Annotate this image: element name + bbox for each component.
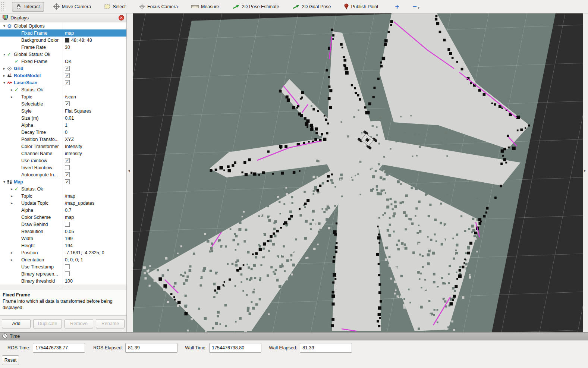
property-value[interactable]: [63, 22, 126, 29]
property-value[interactable]: ✓: [63, 100, 126, 107]
expander-icon[interactable]: ▾: [1, 52, 7, 56]
tree-row[interactable]: Style Flat Squares: [0, 107, 126, 114]
tree-row[interactable]: Selectable ✓: [0, 100, 126, 107]
tree-row[interactable]: ▸ RobotModel ✓: [0, 72, 126, 79]
property-value[interactable]: [63, 221, 126, 228]
collapse-right-icon[interactable]: ▸: [584, 168, 586, 173]
tool-button[interactable]: Publish Point: [340, 1, 382, 12]
property-value[interactable]: 30: [63, 44, 126, 51]
tree-row[interactable]: Position Transfo... XYZ: [0, 136, 126, 143]
property-value[interactable]: 0.7: [63, 207, 126, 214]
expander-icon[interactable]: ▾: [1, 81, 7, 85]
collapse-left-icon[interactable]: ◂: [128, 168, 130, 173]
property-value[interactable]: 0: [63, 129, 126, 136]
tree-row[interactable]: Autocompute In... ✓: [0, 171, 126, 178]
chevron-down-icon[interactable]: ▾: [418, 6, 419, 10]
tree-row[interactable]: Resolution 0.05: [0, 228, 126, 235]
time-field-input[interactable]: [33, 343, 85, 353]
tree-row[interactable]: Invert Rainbow: [0, 164, 126, 171]
tree-row[interactable]: Color Scheme map: [0, 214, 126, 221]
property-value[interactable]: ✓: [63, 72, 126, 79]
property-value[interactable]: [63, 263, 126, 270]
property-value[interactable]: ✓: [63, 79, 126, 86]
tree-row[interactable]: ▾ LaserScan ✓: [0, 79, 126, 86]
expander-icon[interactable]: ▸: [9, 258, 15, 262]
tool-button[interactable]: Select: [100, 2, 130, 11]
tree-row[interactable]: ▾ Map ✓: [0, 178, 126, 185]
panel-button[interactable]: Rename: [96, 319, 125, 328]
tool-button[interactable]: Interact: [12, 2, 44, 12]
tree-row[interactable]: Alpha 0.7: [0, 207, 126, 214]
tree-row[interactable]: Height 194: [0, 242, 126, 249]
tree-row[interactable]: Binary threshold 100: [0, 277, 126, 284]
expander-icon[interactable]: ▸: [9, 95, 15, 99]
expander-icon[interactable]: ▸: [9, 201, 15, 205]
tree-row[interactable]: Draw Behind: [0, 221, 126, 228]
tool-button[interactable]: 2D Pose Estimate: [229, 2, 283, 11]
map-laser-scene[interactable]: [133, 13, 583, 332]
tree-row[interactable]: Channel Name intensity: [0, 150, 126, 157]
property-value[interactable]: 194: [63, 242, 126, 249]
tree-row[interactable]: Use rainbow ✓: [0, 157, 126, 164]
tree-row[interactable]: Color Transformer Intensity: [0, 143, 126, 150]
property-value[interactable]: ✓: [63, 157, 126, 164]
property-value[interactable]: [63, 164, 126, 171]
panel-button[interactable]: Duplicate: [33, 319, 62, 328]
tree-row[interactable]: ▸ Topic /map: [0, 192, 126, 199]
tool-button[interactable]: Focus Camera: [135, 2, 182, 12]
tree-row[interactable]: Binary represen...: [0, 270, 126, 277]
add-tool-button[interactable]: +: [392, 3, 402, 11]
tree-row[interactable]: Size (m) 0.01: [0, 114, 126, 122]
tree-row[interactable]: Fixed Frame map: [0, 29, 126, 37]
property-value[interactable]: [63, 185, 126, 192]
tree-row[interactable]: ✓ Fixed Frame OK: [0, 58, 126, 65]
property-value[interactable]: /scan: [63, 93, 126, 100]
expander-icon[interactable]: ▸: [9, 194, 15, 198]
tree-row[interactable]: ▸ Update Topic /map_updates: [0, 199, 126, 207]
tree-row[interactable]: Width 199: [0, 235, 126, 242]
expander-icon[interactable]: ▸: [9, 251, 15, 255]
right-splitter[interactable]: ▸: [583, 13, 588, 332]
property-value[interactable]: 0; 0; 0; 1: [63, 256, 126, 263]
displays-panel-header[interactable]: Displays ✕: [0, 13, 126, 22]
panel-button[interactable]: Add: [2, 319, 31, 328]
tool-button[interactable]: Measure: [187, 2, 223, 11]
tree-row[interactable]: ▸ Orientation 0; 0; 0; 1: [0, 256, 126, 263]
property-value[interactable]: 48; 48; 48: [63, 37, 126, 44]
property-value[interactable]: intensity: [63, 150, 126, 157]
reset-button[interactable]: Reset: [2, 355, 19, 365]
property-value[interactable]: 100: [63, 277, 126, 284]
expander-icon[interactable]: ▾: [1, 180, 7, 184]
property-value[interactable]: ✓: [63, 178, 126, 185]
panel-splitter-handle[interactable]: ......: [0, 285, 126, 287]
property-value[interactable]: /map_updates: [63, 199, 126, 207]
property-value[interactable]: map: [63, 29, 126, 37]
tool-button[interactable]: 2D Goal Pose: [289, 2, 335, 11]
remove-tool-button[interactable]: − ▾: [410, 3, 422, 11]
property-value[interactable]: 0.05: [63, 228, 126, 235]
tree-row[interactable]: Decay Time 0: [0, 129, 126, 136]
tree-row[interactable]: Use Timestamp: [0, 263, 126, 270]
expander-icon[interactable]: ▸: [1, 73, 7, 78]
tree-row[interactable]: ▸ Grid ✓: [0, 65, 126, 72]
property-value[interactable]: Intensity: [63, 143, 126, 150]
property-value[interactable]: [63, 86, 126, 93]
panel-button[interactable]: Remove: [65, 319, 93, 328]
property-value[interactable]: 199: [63, 235, 126, 242]
time-field-input[interactable]: [300, 343, 352, 353]
property-value[interactable]: OK: [63, 58, 126, 65]
tree-row[interactable]: ▸ ✓ Status: Ok: [0, 185, 126, 192]
tree-row[interactable]: Frame Rate 30: [0, 44, 126, 51]
property-value[interactable]: XYZ: [63, 136, 126, 143]
property-value[interactable]: 1: [63, 122, 126, 129]
property-value[interactable]: 0.01: [63, 114, 126, 122]
property-value[interactable]: map: [63, 214, 126, 221]
tree-row[interactable]: Background Color 48; 48; 48: [0, 37, 126, 44]
expander-icon[interactable]: ▾: [1, 24, 7, 28]
property-value[interactable]: [63, 270, 126, 277]
tree-row[interactable]: Alpha 1: [0, 122, 126, 129]
time-panel-header[interactable]: Time: [0, 332, 588, 340]
property-value[interactable]: Flat Squares: [63, 107, 126, 114]
left-splitter[interactable]: ◂: [127, 13, 133, 332]
property-value[interactable]: /map: [63, 192, 126, 199]
